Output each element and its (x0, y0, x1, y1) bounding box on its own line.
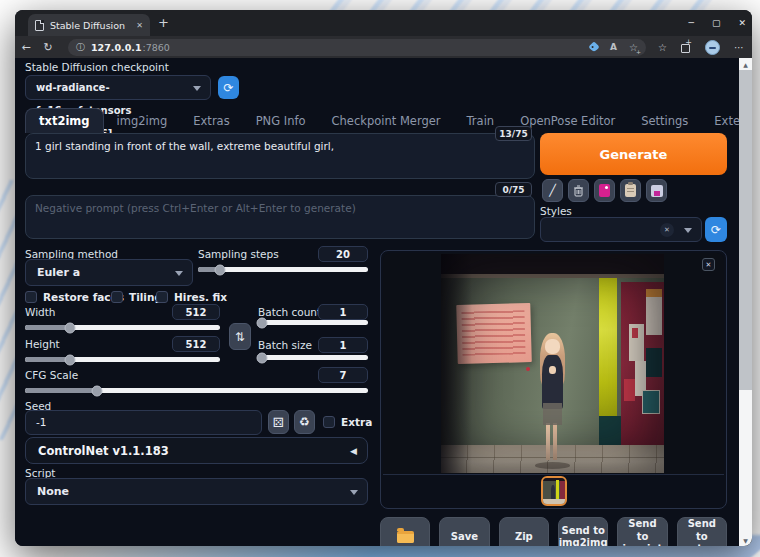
apply-style-button[interactable] (620, 179, 641, 202)
tiling-option[interactable]: Tiling (111, 291, 162, 303)
batch-size-value[interactable]: 1 (318, 337, 368, 353)
scroll-down-icon[interactable]: ▼ (743, 534, 748, 546)
close-preview-button[interactable]: ✕ (702, 258, 715, 271)
generated-image[interactable] (441, 254, 664, 473)
folder-icon (397, 531, 414, 543)
slider-thumb[interactable] (215, 264, 226, 275)
collections-icon[interactable] (681, 42, 691, 52)
close-button[interactable]: ✕ (738, 18, 746, 28)
extra-networks-button[interactable] (594, 179, 615, 202)
batch-size-slider[interactable] (258, 355, 368, 360)
seed-input[interactable]: -1 (25, 410, 262, 435)
sampling-steps-value[interactable]: 20 (318, 246, 368, 262)
slider-thumb[interactable] (64, 322, 75, 333)
scrollbar-thumb[interactable] (739, 70, 752, 390)
styles-dropdown[interactable]: ✕ (540, 217, 702, 242)
controlnet-accordion[interactable]: ControlNet v1.1.183 ◀ (25, 437, 368, 464)
new-tab-button[interactable]: + (158, 15, 169, 30)
address-bar[interactable]: ⓘ 127.0.0.1 :7860 A ☆+ (68, 39, 646, 56)
save-button[interactable]: Save (439, 517, 489, 546)
save-style-button[interactable] (646, 179, 667, 202)
page-icon (35, 20, 44, 31)
height-value[interactable]: 512 (172, 336, 220, 352)
sampling-steps-slider[interactable] (198, 267, 368, 272)
recycle-icon: ♻ (299, 415, 310, 429)
clipboard-icon (625, 184, 636, 197)
refresh-checkpoints-button[interactable]: ⟳ (218, 76, 239, 99)
cfg-scale-value[interactable]: 7 (318, 367, 368, 383)
browser-tab[interactable]: Stable Diffusion ✕ (28, 14, 150, 36)
sampling-steps-label: Sampling steps (198, 248, 279, 260)
send-to-inpaint-button[interactable]: Send to inpaint (617, 517, 667, 546)
checkbox[interactable] (156, 291, 168, 303)
result-gallery-panel: ✕ (380, 250, 727, 509)
zip-button[interactable]: Zip (499, 517, 549, 546)
maximize-button[interactable]: ▢ (712, 18, 721, 28)
prompt-box: 1 girl standing in front of the wall, ex… (25, 133, 535, 179)
tab-txt2img[interactable]: txt2img (25, 108, 104, 133)
tab-extras[interactable]: Extras (180, 109, 242, 133)
minimize-button[interactable]: ─ (689, 18, 694, 28)
open-folder-button[interactable] (380, 517, 430, 546)
restore-faces-option[interactable]: Restore faces (25, 291, 124, 303)
tab-checkpoint-merger[interactable]: Checkpoint Merger (319, 109, 454, 133)
refresh-button[interactable]: ↻ (37, 41, 59, 54)
back-button[interactable]: ← (15, 41, 37, 54)
slider-thumb[interactable] (92, 385, 103, 396)
chevron-down-icon (350, 490, 358, 495)
checkpoint-dropdown[interactable]: wd-radiance-fp16.safetensors [fe8d7785d6… (25, 75, 211, 100)
price-tag-icon[interactable] (588, 41, 599, 52)
batch-count-slider[interactable] (258, 320, 368, 325)
height-slider[interactable] (25, 357, 220, 362)
browser-menu-icon[interactable]: ⋯ (734, 42, 745, 53)
reuse-seed-button[interactable]: ♻ (294, 410, 315, 434)
tab-png-info[interactable]: PNG Info (243, 109, 319, 133)
tab-img2img[interactable]: img2img (104, 109, 181, 133)
slider-thumb[interactable] (257, 352, 268, 363)
profile-avatar[interactable] (705, 40, 720, 55)
dice-icon: ⚄ (273, 415, 284, 430)
main-tabs: txt2img img2img Extras PNG Info Checkpoi… (25, 108, 752, 133)
generate-button[interactable]: Generate (540, 133, 727, 175)
url-host: 127.0.0.1 (91, 42, 142, 53)
scroll-up-icon[interactable]: ▲ (743, 58, 748, 70)
clear-styles-icon[interactable]: ✕ (660, 223, 674, 237)
send-to-extras-button[interactable]: Send to extras (677, 517, 727, 546)
tab-settings[interactable]: Settings (628, 109, 701, 133)
refresh-styles-button[interactable]: ⟳ (705, 217, 727, 242)
tab-close-icon[interactable]: ✕ (136, 21, 143, 30)
gallery-thumbnail-selected[interactable] (541, 476, 567, 506)
paste-params-button[interactable]: ╱ (542, 179, 563, 202)
hires-fix-option[interactable]: Hires. fix (156, 291, 227, 303)
cfg-scale-label: CFG Scale (25, 369, 78, 381)
page-scrollbar[interactable]: ▲ ▼ (739, 58, 752, 546)
favorites-bar-icon[interactable]: ☆ (658, 42, 667, 53)
seed-extra-option[interactable]: Extra (323, 416, 372, 428)
refresh-icon: ⟳ (223, 81, 233, 95)
batch-count-value[interactable]: 1 (318, 304, 368, 320)
batch-size-label: Batch size (258, 339, 312, 351)
checkbox[interactable] (323, 416, 335, 428)
prompt-input[interactable]: 1 girl standing in front of the wall, ex… (26, 134, 534, 178)
favorites-star-icon[interactable]: ☆+ (629, 42, 638, 53)
arrow-icon: ╱ (549, 184, 556, 197)
read-aloud-icon[interactable]: A (610, 42, 617, 52)
floppy-disk-icon (651, 185, 663, 197)
swap-dimensions-button[interactable]: ⇅ (229, 323, 251, 350)
hires-fix-label: Hires. fix (174, 291, 227, 303)
site-info-icon[interactable]: ⓘ (76, 41, 85, 54)
script-dropdown[interactable]: None (25, 478, 368, 505)
random-seed-button[interactable]: ⚄ (268, 410, 289, 434)
send-to-img2img-button[interactable]: Send to img2img (558, 517, 608, 546)
width-value[interactable]: 512 (172, 304, 220, 320)
checkbox[interactable] (111, 291, 123, 303)
slider-thumb[interactable] (257, 317, 268, 328)
negative-prompt-input[interactable] (26, 196, 534, 238)
slider-thumb[interactable] (64, 354, 75, 365)
checkbox[interactable] (25, 291, 37, 303)
clear-prompt-button[interactable] (568, 179, 589, 202)
webui-page: Stable Diffusion checkpoint wd-radiance-… (15, 58, 752, 546)
sampling-method-dropdown[interactable]: Euler a (25, 259, 193, 286)
width-slider[interactable] (25, 325, 220, 330)
cfg-scale-slider[interactable] (25, 388, 368, 393)
